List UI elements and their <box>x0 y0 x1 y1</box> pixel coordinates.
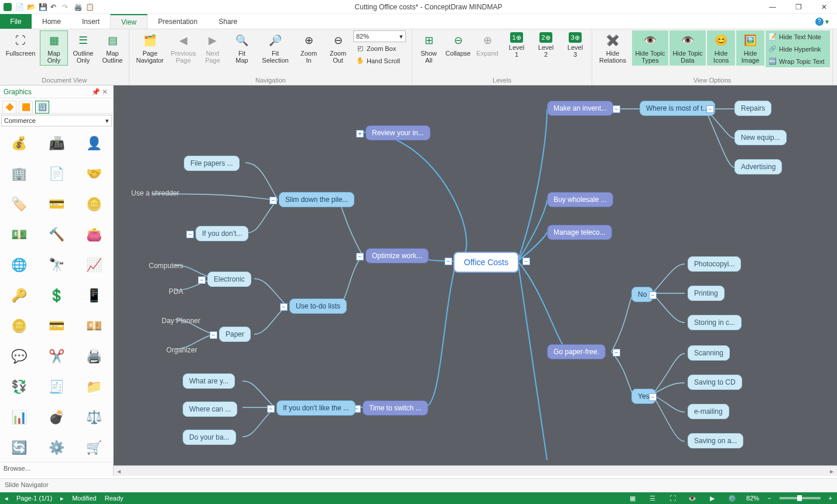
print-icon[interactable]: 🖨️ <box>74 3 82 11</box>
graphics-item[interactable]: 📠 <box>40 130 74 157</box>
topic-file_papers[interactable]: File papers ... <box>184 156 240 171</box>
toggle-icon[interactable]: − <box>649 393 657 401</box>
toggle-icon[interactable]: + <box>356 130 364 138</box>
topic-time_to_switch[interactable]: Time to switch ... <box>363 400 428 416</box>
graphics-item[interactable]: 📊 <box>2 404 36 431</box>
collapse-button[interactable]: ⊖Collapse <box>444 30 472 59</box>
graphics-item[interactable]: 💱 <box>2 373 36 400</box>
graphics-item[interactable]: 💴 <box>77 313 111 340</box>
toggle-icon[interactable]: − <box>198 276 206 284</box>
graphics-item[interactable]: 🖨️ <box>77 343 111 370</box>
fit-selection-button[interactable]: 🔎Fit Selection <box>257 30 293 66</box>
minimize-button[interactable]: — <box>760 0 785 14</box>
topic-emailing[interactable]: e-mailing <box>688 404 729 419</box>
graphics-item[interactable]: ✂️ <box>40 343 74 370</box>
panel-tab-2[interactable]: 🟧 <box>19 101 33 114</box>
topic-do_your[interactable]: Do your ba... <box>183 430 236 445</box>
graphics-item[interactable]: 🛒 <box>77 434 111 461</box>
prev-page-icon[interactable]: ◂ <box>5 495 8 502</box>
toggle-icon[interactable]: − <box>186 231 194 238</box>
topic-storing[interactable]: Storing in c... <box>688 315 742 330</box>
topic-pda[interactable]: PDA <box>163 284 189 299</box>
hand-scroll-button[interactable]: ✋Hand Scroll <box>353 54 409 67</box>
next-page-icon[interactable]: ▸ <box>60 495 64 502</box>
fit-map-button[interactable]: 🔍Fit Map <box>228 30 256 66</box>
graphics-item[interactable]: 📈 <box>77 252 111 279</box>
topic-day_planner[interactable]: Day Planner <box>156 314 206 328</box>
tab-insert[interactable]: Insert <box>71 14 110 29</box>
status-icon[interactable]: ⚙️ <box>726 495 738 502</box>
toggle-icon[interactable]: − <box>706 105 714 113</box>
close-panel-icon[interactable]: ✕ <box>100 88 110 96</box>
topic-buy_wholesale[interactable]: Buy wholesale ... <box>547 192 613 207</box>
graphics-item[interactable]: 🔭 <box>40 252 74 279</box>
topic-where_most[interactable]: Where is most of t... <box>640 101 715 116</box>
zoom-in-button[interactable]: ⊕Zoom In <box>295 30 323 66</box>
level2-button[interactable]: 2⊕Level 2 <box>532 30 560 60</box>
tab-presentation[interactable]: Presentation <box>148 14 208 29</box>
graphics-item[interactable]: 🪙 <box>2 313 36 340</box>
pin-icon[interactable]: 📌 <box>91 88 100 96</box>
toggle-icon[interactable]: − <box>356 253 364 260</box>
hide-hyperlink-button[interactable]: 🔗Hide Hyperlink <box>766 43 830 55</box>
zoom-slider[interactable] <box>780 497 821 499</box>
topic-optimize[interactable]: Optimize work... <box>365 248 429 263</box>
horizontal-scrollbar[interactable]: ◂▸ <box>114 465 837 476</box>
graphics-item[interactable]: 🔨 <box>40 221 74 248</box>
topic-make_inventory[interactable]: Make an invent... <box>547 101 613 116</box>
topic-slim_down[interactable]: Slim down the pile... <box>279 192 354 207</box>
topic-use_shredder[interactable]: Use a shredder <box>125 186 185 200</box>
graphics-item[interactable]: 🏷️ <box>2 191 36 218</box>
zoom-box-button[interactable]: ◰Zoom Box <box>353 42 409 54</box>
graphics-item[interactable]: 💰 <box>2 130 36 157</box>
topic-what_are[interactable]: What are y... <box>183 373 235 389</box>
toggle-icon[interactable]: − <box>613 349 620 356</box>
browse-button[interactable]: Browse... <box>0 462 113 476</box>
topic-repairs[interactable]: Repairs <box>734 101 771 116</box>
graphics-item[interactable]: 👤 <box>77 130 111 157</box>
topic-advertising[interactable]: Advertising <box>734 159 782 174</box>
panel-tab-1[interactable]: 🔶 <box>2 101 16 114</box>
topic-organizer[interactable]: Organizer <box>160 343 203 357</box>
status-icon[interactable]: ▶ <box>706 495 718 502</box>
toggle-icon[interactable]: − <box>613 105 620 113</box>
zoom-out-icon[interactable]: − <box>767 495 771 502</box>
topic-saving_cd[interactable]: Saving to CD <box>688 375 742 390</box>
graphics-item[interactable]: 🧾 <box>40 373 74 400</box>
level3-button[interactable]: 3⊕Level 3 <box>561 30 589 60</box>
category-select[interactable]: Commerce▾ <box>1 115 112 126</box>
maximize-button[interactable]: ❐ <box>785 0 811 14</box>
tab-home[interactable]: Home <box>32 14 71 29</box>
topic-manage_teleco[interactable]: Manage teleco... <box>547 225 612 240</box>
canvas[interactable]: Office Costs−−Review your in...+Optimize… <box>114 85 837 476</box>
toggle-icon[interactable]: − <box>269 197 277 204</box>
panel-tab-3[interactable]: 🔢 <box>35 101 49 114</box>
status-icon[interactable]: 👁️ <box>686 495 698 502</box>
graphics-item[interactable]: 💬 <box>2 343 36 370</box>
topic-where_can[interactable]: Where can ... <box>183 402 237 417</box>
slide-navigator-bar[interactable]: Slide Navigator <box>0 478 837 492</box>
wrap-topic-text-button[interactable]: 🔤Wrap Topic Text <box>766 55 830 67</box>
status-icon[interactable]: ☰ <box>647 495 658 502</box>
topic-paper[interactable]: Paper <box>219 327 251 342</box>
graphics-item[interactable]: 📄 <box>40 160 74 187</box>
graphics-item[interactable]: 👛 <box>77 221 111 248</box>
graphics-item[interactable]: 🤝 <box>77 160 111 187</box>
zoom-out-button[interactable]: ⊖Zoom Out <box>324 30 352 66</box>
save-icon[interactable]: 💾 <box>39 3 47 11</box>
open-icon[interactable]: 📂 <box>27 3 35 11</box>
tab-view[interactable]: View <box>110 14 148 29</box>
graphics-item[interactable]: 🪙 <box>77 191 111 218</box>
toggle-icon[interactable]: − <box>210 331 217 339</box>
graphics-item[interactable]: 💳 <box>40 191 74 218</box>
zoom-percent-select[interactable]: 82%▾ <box>353 30 406 42</box>
topic-if_you_dont[interactable]: If you don't... <box>196 226 248 241</box>
toggle-icon[interactable]: − <box>649 292 657 299</box>
close-button[interactable]: ✕ <box>811 0 837 14</box>
status-icon[interactable]: ⛶ <box>667 495 678 502</box>
topic-new_equip[interactable]: New equip... <box>734 130 787 145</box>
topic-electronic[interactable]: Electronic <box>207 272 251 287</box>
graphics-item[interactable]: 💳 <box>40 313 74 340</box>
hide-topic-data-button[interactable]: 👁️Hide Topic Data <box>669 30 706 66</box>
status-icon[interactable]: ▦ <box>627 495 638 502</box>
